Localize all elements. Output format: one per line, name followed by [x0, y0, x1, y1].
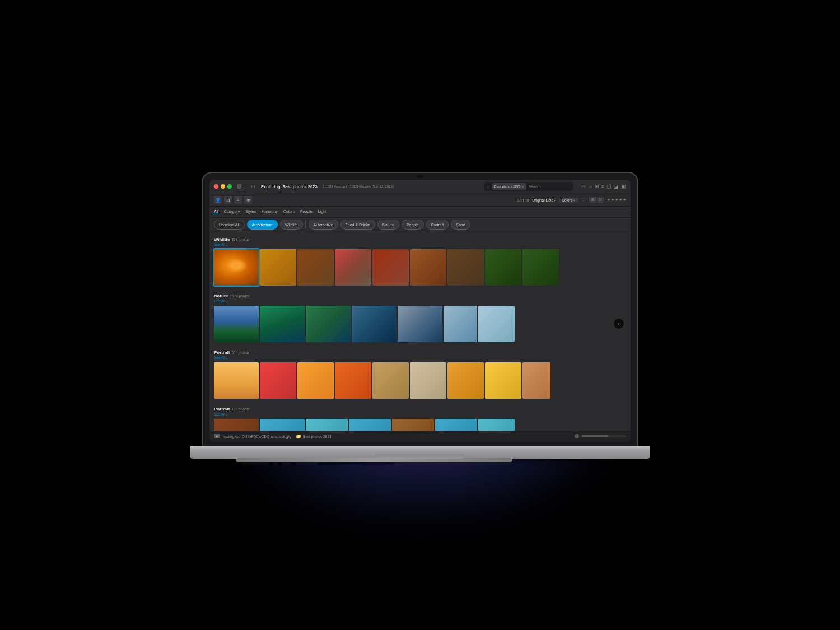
- screen-lid: ‹ › Exploring 'Best photos 2023' 10,589 …: [202, 172, 638, 446]
- laptop-base: [190, 446, 650, 459]
- photo-thumb[interactable]: [478, 306, 515, 342]
- category-food-button[interactable]: Food & Drinks: [340, 220, 375, 230]
- screen-bezel: ‹ › Exploring 'Best photos 2023' 10,589 …: [203, 173, 637, 446]
- photo-thumb[interactable]: [444, 306, 477, 342]
- unselect-all-button[interactable]: Unselect All: [214, 220, 245, 230]
- tab-light[interactable]: Light: [318, 209, 326, 214]
- portrait-photo-strip: [212, 361, 628, 400]
- photo-thumb[interactable]: [349, 419, 391, 431]
- photo-thumb[interactable]: [392, 419, 434, 431]
- back-button[interactable]: ‹: [251, 184, 253, 189]
- compact-view-button[interactable]: ⊞: [589, 197, 596, 203]
- category-automotive-button[interactable]: Automotive: [309, 220, 338, 230]
- search-bar[interactable]: ⌕ Best photos 2023 × Search: [484, 182, 573, 191]
- photo-thumb[interactable]: [372, 362, 409, 399]
- maximize-button[interactable]: [227, 184, 232, 189]
- calendar-view-icon[interactable]: ◪: [614, 184, 619, 189]
- search-icon: ⌕: [487, 184, 490, 189]
- photo-thumb[interactable]: [214, 419, 259, 431]
- category-people-button[interactable]: People: [402, 220, 424, 230]
- section-wildlife-count: 728 photos: [231, 237, 249, 241]
- person-icon[interactable]: 👤: [214, 196, 222, 204]
- photo-thumb[interactable]: [297, 362, 334, 399]
- tab-category[interactable]: Category: [224, 209, 240, 214]
- photo-thumb[interactable]: [335, 249, 371, 286]
- grid-icon[interactable]: ⊞: [224, 196, 232, 204]
- tab-colors[interactable]: Colors: [283, 209, 295, 214]
- category-sport-button[interactable]: Sport: [451, 220, 470, 230]
- minimize-button[interactable]: [221, 184, 225, 189]
- map-view-icon[interactable]: ◫: [606, 184, 612, 189]
- sidebar-toggle-button[interactable]: [237, 184, 245, 189]
- photo-thumb[interactable]: [306, 419, 348, 431]
- filter-icon[interactable]: ⊙: [581, 184, 586, 189]
- photo-thumb[interactable]: [214, 306, 259, 342]
- photo-thumb[interactable]: [478, 419, 515, 431]
- section-portrait-header: Portrait 564 photos See All...: [212, 348, 628, 361]
- category-wildlife-button[interactable]: Wildlife: [280, 220, 303, 230]
- photo-thumb[interactable]: [410, 249, 446, 286]
- photo-thumb[interactable]: [435, 419, 477, 431]
- toolbar-right: Sort on Original Date ▾ Colors ▾ ♡: [517, 197, 626, 203]
- category-nature-button[interactable]: Nature: [377, 220, 399, 230]
- split-view-button[interactable]: ▣: [621, 184, 626, 189]
- rating-filter[interactable]: ★★★★★: [607, 198, 626, 202]
- section-wildlife-title: Wildlife: [214, 237, 230, 242]
- colors-dropdown-icon: ▾: [573, 198, 575, 202]
- photo-thumb[interactable]: [214, 362, 259, 399]
- close-button[interactable]: [214, 184, 218, 189]
- photo-thumb[interactable]: [260, 249, 296, 286]
- tab-people[interactable]: People: [300, 209, 312, 214]
- category-portrait-button[interactable]: Portrait: [426, 220, 449, 230]
- filename-label: howling-red-OU2vFQCwCDO-unsplash.jpg: [222, 435, 291, 438]
- photo-thumb[interactable]: [447, 249, 484, 286]
- nature-next-button[interactable]: ›: [614, 319, 624, 329]
- photo-thumb[interactable]: [522, 362, 550, 399]
- add-person-icon[interactable]: ⊕: [244, 196, 252, 204]
- photo-thumb[interactable]: [522, 249, 559, 286]
- medium-view-button[interactable]: ⊟: [597, 197, 604, 203]
- status-right: [575, 434, 626, 438]
- funnel-icon[interactable]: ⊿: [588, 184, 592, 189]
- photo-thumb[interactable]: [398, 306, 442, 342]
- heart-filter-icon[interactable]: ♡: [581, 197, 586, 203]
- section-portrait-see-all[interactable]: See All...: [214, 356, 228, 360]
- tab-harmony[interactable]: Harmony: [262, 209, 277, 214]
- section-nature-see-all[interactable]: See All...: [214, 299, 228, 303]
- section-wildlife-header: Wildlife 728 photos See All...: [212, 235, 628, 248]
- status-bar: ▣ howling-red-OU2vFQCwCDO-unsplash.jpg 📁…: [209, 431, 631, 442]
- sort-value[interactable]: Original Date ▾: [532, 198, 556, 202]
- photo-thumb[interactable]: [447, 362, 484, 399]
- forward-button[interactable]: ›: [254, 184, 255, 189]
- title-bar-actions: ⊙ ⊿ ⊞ ≡ ◫ ◪ ▣: [581, 184, 626, 189]
- section-cars-see-all[interactable]: See All...: [214, 412, 228, 416]
- photo-thumb[interactable]: [372, 249, 409, 286]
- photo-thumb[interactable]: [485, 362, 521, 399]
- grid-view-icon[interactable]: ⊞: [595, 184, 599, 189]
- photo-thumb[interactable]: [297, 249, 334, 286]
- tab-all[interactable]: All: [214, 209, 218, 214]
- list-view-icon[interactable]: ≡: [601, 184, 604, 189]
- photo-thumb[interactable]: [260, 419, 305, 431]
- photo-thumb[interactable]: [214, 249, 259, 286]
- search-tag-close[interactable]: ×: [521, 185, 524, 189]
- colors-button[interactable]: Colors ▾: [559, 198, 578, 203]
- photo-thumb[interactable]: [260, 362, 296, 399]
- photo-thumb[interactable]: [352, 306, 396, 342]
- photo-thumb[interactable]: [485, 249, 521, 286]
- tab-styles[interactable]: Styles: [245, 209, 256, 214]
- photo-thumb[interactable]: [260, 306, 305, 342]
- photo-thumb[interactable]: [410, 362, 446, 399]
- photo-thumb[interactable]: [306, 306, 351, 342]
- photo-thumb[interactable]: [335, 362, 371, 399]
- list-icon[interactable]: ≡: [234, 196, 242, 204]
- category-architecture-button[interactable]: Architecture: [247, 220, 278, 230]
- search-tag[interactable]: Best photos 2023 ×: [492, 183, 526, 190]
- gallery-area: Wildlife 728 photos See All...: [209, 232, 631, 431]
- section-wildlife-see-all[interactable]: See All...: [214, 242, 228, 246]
- window-title: Exploring 'Best photos 2023': [261, 184, 318, 189]
- toolbar: 👤 ⊞ ≡ ⊕ Sort on Original Date ▾: [209, 194, 631, 207]
- search-input[interactable]: Search: [529, 185, 570, 189]
- toolbar-left: 👤 ⊞ ≡ ⊕: [214, 196, 252, 204]
- wildlife-photo-strip: [212, 248, 628, 287]
